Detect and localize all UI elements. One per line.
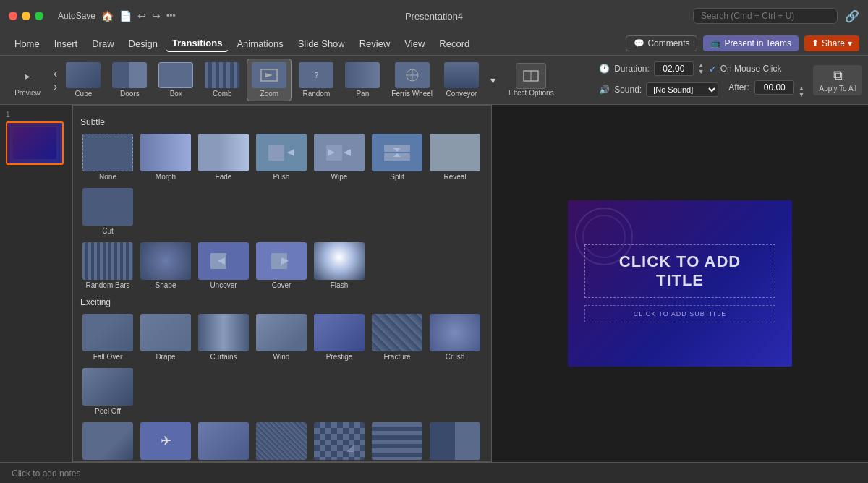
minimize-button[interactable] bbox=[22, 12, 30, 20]
random-icon: ? bbox=[299, 62, 333, 88]
transition-morph[interactable]: Morph bbox=[138, 132, 193, 183]
preview-button[interactable]: ▶ Preview bbox=[6, 60, 49, 100]
transition-fracture[interactable]: Fracture bbox=[370, 312, 425, 363]
transition-cover[interactable]: Cover bbox=[254, 240, 309, 291]
clock-label: Clock bbox=[446, 461, 464, 462]
slide-thumbnail[interactable] bbox=[6, 121, 64, 165]
search-input[interactable] bbox=[693, 8, 838, 24]
title-bar: AutoSave 🏠 📄 ↩ ↪ ••• Presentation4 🔗 bbox=[0, 0, 868, 32]
transition-conveyor[interactable]: Conveyor bbox=[440, 59, 483, 101]
transition-fall-over[interactable]: Fall Over bbox=[80, 312, 135, 363]
sound-select[interactable]: [No Sound] bbox=[646, 82, 718, 97]
more-transitions-button[interactable]: ▾ bbox=[486, 72, 500, 89]
nav-next-button[interactable]: › bbox=[54, 80, 57, 93]
wind-label: Wind bbox=[273, 353, 290, 361]
transition-curtains[interactable]: Curtains bbox=[196, 312, 251, 363]
transition-crush[interactable]: Crush bbox=[427, 312, 482, 363]
push-icon bbox=[256, 134, 307, 171]
slide-subtitle[interactable]: CLICK TO ADD SUBTITLE bbox=[584, 305, 775, 322]
transition-box[interactable]: Box bbox=[154, 59, 197, 101]
apply-to-all-button[interactable]: ⧉ Apply To All bbox=[813, 65, 862, 95]
transition-airplane[interactable]: ✈ Airplane bbox=[138, 420, 193, 462]
transition-clock[interactable]: Clock bbox=[427, 420, 482, 462]
nav-arrows: ‹ › bbox=[54, 67, 57, 93]
transition-cube[interactable]: Cube bbox=[61, 59, 105, 101]
morph-label: Morph bbox=[156, 173, 176, 181]
on-mouse-click-label: On Mouse Click bbox=[720, 64, 782, 74]
transition-wind[interactable]: Wind bbox=[254, 312, 309, 363]
menu-insert[interactable]: Insert bbox=[48, 36, 84, 51]
zoom-icon bbox=[252, 62, 286, 88]
transition-uncover[interactable]: Uncover bbox=[196, 240, 251, 291]
file-icon[interactable]: 📄 bbox=[119, 10, 132, 22]
slide-canvas[interactable]: CLICK TO ADD TITLE CLICK TO ADD SUBTITLE bbox=[568, 200, 792, 367]
menu-transitions[interactable]: Transitions bbox=[166, 35, 228, 52]
menu-home[interactable]: Home bbox=[9, 36, 46, 51]
transition-drape[interactable]: Drape bbox=[138, 312, 193, 363]
slide-canvas-area: CLICK TO ADD TITLE CLICK TO ADD SUBTITLE bbox=[492, 105, 868, 462]
transition-page-curl[interactable]: Page Curl bbox=[80, 420, 135, 462]
dissolve-label: Dissolve bbox=[268, 461, 295, 462]
transition-push[interactable]: Push bbox=[254, 132, 309, 183]
window-title: Presentation4 bbox=[405, 11, 463, 22]
more-icon[interactable]: ••• bbox=[166, 11, 176, 21]
slide-number: 1 bbox=[6, 111, 66, 119]
duration-spinner[interactable]: ▲ ▼ bbox=[698, 62, 705, 75]
transition-peel-off[interactable]: Peel Off bbox=[80, 366, 135, 417]
transition-comb[interactable]: Comb bbox=[200, 59, 244, 101]
transition-flash[interactable]: Flash bbox=[312, 240, 367, 291]
menu-review[interactable]: Review bbox=[354, 36, 396, 51]
nav-prev-button[interactable]: ‹ bbox=[54, 67, 57, 80]
transition-fade[interactable]: Fade bbox=[196, 132, 251, 183]
menu-draw[interactable]: Draw bbox=[86, 36, 119, 51]
transition-wipe[interactable]: Wipe bbox=[312, 132, 367, 183]
maximize-button[interactable] bbox=[35, 12, 43, 20]
transition-pan[interactable]: Pan bbox=[341, 59, 384, 101]
transition-cut[interactable]: Cut bbox=[80, 186, 135, 237]
transition-checkerboard[interactable]: Checkerboard bbox=[312, 420, 367, 462]
share-button[interactable]: ⬆ Share ▾ bbox=[804, 35, 859, 51]
transition-none[interactable]: None bbox=[80, 132, 135, 183]
drape-label: Drape bbox=[156, 353, 175, 361]
timing-controls: 🕐 Duration: ▲ ▼ ✓ On Mouse Click 🔊 Sound… bbox=[599, 61, 804, 98]
uncover-icon bbox=[198, 242, 249, 280]
transition-origami[interactable]: Origami bbox=[196, 420, 251, 462]
home-icon[interactable]: 🏠 bbox=[101, 10, 114, 22]
after-spinner[interactable]: ▲ ▼ bbox=[799, 85, 805, 98]
after-down[interactable]: ▼ bbox=[799, 92, 805, 98]
transition-prestige[interactable]: Prestige bbox=[312, 312, 367, 363]
menu-record[interactable]: Record bbox=[433, 36, 475, 51]
transition-shape[interactable]: Shape bbox=[138, 240, 193, 291]
transition-random-bars[interactable]: Random Bars bbox=[80, 240, 135, 291]
origami-label: Origami bbox=[210, 461, 236, 462]
wipe-label: Wipe bbox=[331, 173, 348, 181]
comb-label: Comb bbox=[213, 90, 232, 98]
after-input[interactable] bbox=[754, 80, 794, 95]
duration-down[interactable]: ▼ bbox=[698, 69, 705, 75]
transition-random[interactable]: ? Random bbox=[294, 59, 338, 101]
duration-input[interactable] bbox=[654, 61, 694, 76]
transition-ferris-wheel[interactable]: Ferris Wheel bbox=[387, 59, 437, 101]
transition-dissolve[interactable]: Dissolve bbox=[254, 420, 309, 462]
menu-design[interactable]: Design bbox=[123, 36, 163, 51]
share-connect-icon[interactable]: 🔗 bbox=[845, 9, 859, 23]
shape-label: Shape bbox=[156, 281, 176, 289]
transition-reveal[interactable]: Reveal bbox=[427, 132, 482, 183]
checkerboard-label: Checkerboard bbox=[317, 461, 362, 462]
undo-icon[interactable]: ↩ bbox=[137, 10, 146, 22]
close-button[interactable] bbox=[9, 12, 17, 20]
notes-bar[interactable]: Click to add notes bbox=[0, 462, 868, 483]
transition-split[interactable]: Split bbox=[370, 132, 425, 183]
menu-slide-show[interactable]: Slide Show bbox=[292, 36, 351, 51]
box-icon bbox=[158, 62, 193, 88]
transition-doors[interactable]: Doors bbox=[108, 59, 151, 101]
effect-options-button[interactable]: Effect Options bbox=[503, 60, 560, 100]
transition-zoom[interactable]: Zoom bbox=[247, 59, 292, 101]
present-in-teams-button[interactable]: 📺 Present in Teams bbox=[703, 35, 799, 51]
transition-blinds[interactable]: Blinds bbox=[370, 420, 425, 462]
comments-button[interactable]: 💬 Comments bbox=[626, 35, 697, 51]
subtle-grid-2: Random Bars Shape Uncover Cover Flas bbox=[80, 240, 484, 291]
menu-view[interactable]: View bbox=[399, 36, 430, 51]
redo-icon[interactable]: ↪ bbox=[152, 10, 161, 22]
menu-animations[interactable]: Animations bbox=[231, 36, 289, 51]
